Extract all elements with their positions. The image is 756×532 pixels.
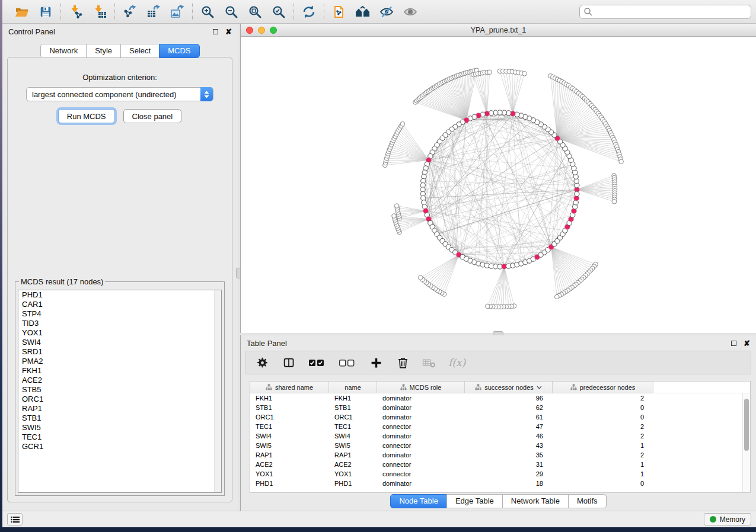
close-panel-icon[interactable]: ✘ xyxy=(744,339,750,347)
run-mcds-button[interactable]: Run MCDS xyxy=(58,109,115,123)
table-row[interactable]: TEC1TEC1connector472 xyxy=(250,422,750,431)
float-panel-icon[interactable] xyxy=(731,341,736,346)
minimize-window-icon[interactable] xyxy=(258,27,265,34)
ring-node[interactable] xyxy=(575,191,579,196)
leaf-node[interactable] xyxy=(487,70,492,75)
mcds-result-item[interactable]: YOX1 xyxy=(18,328,221,338)
export-table-icon[interactable] xyxy=(146,4,161,20)
save-session-icon[interactable] xyxy=(38,4,53,20)
table-row[interactable]: ACE2ACE2connector311 xyxy=(250,460,750,469)
delete-column-trash-icon[interactable] xyxy=(395,355,410,370)
mcds-result-item[interactable]: SWI5 xyxy=(18,423,221,432)
table-row[interactable]: SWI4SWI4dominator462 xyxy=(250,431,750,441)
leaf-node[interactable] xyxy=(418,275,423,280)
leaf-node[interactable] xyxy=(392,214,397,219)
mcds-result-item[interactable]: GCR1 xyxy=(18,442,221,451)
mcds-result-item[interactable]: FKH1 xyxy=(18,366,221,376)
tab-motifs[interactable]: Motifs xyxy=(568,494,607,508)
deselect-all-rows-icon[interactable] xyxy=(338,355,357,370)
table-row[interactable]: STB1STB1dominator620 xyxy=(250,403,750,412)
mcds-result-item[interactable]: ORC1 xyxy=(18,395,221,404)
first-neighbors-icon[interactable] xyxy=(355,4,371,20)
show-all-eye-icon[interactable] xyxy=(403,4,418,20)
zoom-fit-icon[interactable] xyxy=(247,4,263,20)
zoom-out-icon[interactable] xyxy=(224,4,239,20)
refresh-layout-icon[interactable] xyxy=(301,4,317,20)
table-row[interactable]: FKH1FKH1dominator962 xyxy=(250,393,750,403)
close-panel-icon[interactable]: ✘ xyxy=(225,28,232,36)
network-edge xyxy=(553,77,557,138)
mcds-result-item[interactable]: PMA2 xyxy=(18,357,221,366)
tab-node-table[interactable]: Node Table xyxy=(390,494,447,508)
mcds-list-scrollbar[interactable] xyxy=(214,290,221,492)
search-input[interactable] xyxy=(579,5,751,19)
hide-selected-eye-icon[interactable] xyxy=(379,4,394,20)
select-all-rows-icon[interactable] xyxy=(308,355,327,370)
tab-edge-table[interactable]: Edge Table xyxy=(446,494,503,508)
command-panel-toggle-button[interactable] xyxy=(7,513,23,525)
tab-mcds[interactable]: MCDS xyxy=(159,44,199,58)
export-network-icon[interactable] xyxy=(122,4,138,20)
close-window-icon[interactable] xyxy=(246,27,253,34)
scrollbar-thumb[interactable] xyxy=(744,399,749,451)
leaf-node[interactable] xyxy=(619,159,624,164)
column-header-successor-nodes[interactable]: successor nodes xyxy=(465,382,553,393)
column-layout-icon[interactable] xyxy=(281,355,296,370)
export-image-icon[interactable] xyxy=(170,4,185,20)
memory-button[interactable]: Memory xyxy=(704,513,751,525)
mcds-result-list[interactable]: PHD1CAR1STP4TID3YOX1SWI4SRD1PMA2FKH1ACE2… xyxy=(18,290,222,493)
import-table-icon[interactable] xyxy=(92,4,107,20)
tab-style[interactable]: Style xyxy=(86,44,121,58)
network-graph[interactable] xyxy=(241,37,756,333)
leaf-node[interactable] xyxy=(554,294,559,299)
network-window-titlebar[interactable]: YPA_prune.txt_1 xyxy=(241,24,756,37)
maximize-window-icon[interactable] xyxy=(270,27,277,34)
mcds-result-item[interactable]: STP4 xyxy=(18,309,221,319)
column-header-predecessor-nodes[interactable]: predecessor nodes xyxy=(553,382,653,393)
mcds-result-item[interactable]: SRD1 xyxy=(18,347,221,357)
mcds-result-item[interactable]: SWI4 xyxy=(18,338,221,347)
zoom-in-icon[interactable] xyxy=(200,4,215,20)
close-panel-button[interactable]: Close panel xyxy=(123,109,182,123)
table-scrollbar[interactable] xyxy=(742,393,750,492)
mcds-result-item[interactable]: ACE2 xyxy=(18,376,221,385)
mcds-result-item[interactable]: TID3 xyxy=(18,319,221,328)
leaf-node[interactable] xyxy=(522,72,527,76)
tab-network-table[interactable]: Network Table xyxy=(502,494,569,508)
table-toolbar: f(x) xyxy=(245,351,751,374)
optimization-criterion-select[interactable]: largest connected component (undirected) xyxy=(26,87,213,101)
table-settings-gear-icon[interactable] xyxy=(254,355,270,370)
leaf-node[interactable] xyxy=(400,121,405,126)
clone-network-icon[interactable] xyxy=(331,4,347,20)
leaf-node[interactable] xyxy=(612,199,617,204)
table-row[interactable]: ORC1ORC1dominator610 xyxy=(250,412,750,422)
column-header-shared-name[interactable]: shared name xyxy=(250,382,329,393)
tab-network[interactable]: Network xyxy=(40,44,87,58)
float-panel-icon[interactable] xyxy=(213,29,218,34)
mcds-result-item[interactable]: CAR1 xyxy=(18,300,221,309)
import-network-icon[interactable] xyxy=(68,4,84,20)
table-row[interactable]: YOX1YOX1connector291 xyxy=(250,469,750,479)
leaf-node[interactable] xyxy=(486,304,490,309)
table-row[interactable]: RAP1RAP1dominator352 xyxy=(250,450,750,460)
table-row[interactable]: SWI5SWI5connector431 xyxy=(250,441,750,450)
open-session-icon[interactable] xyxy=(14,4,30,20)
leaf-node[interactable] xyxy=(394,204,399,209)
tab-select[interactable]: Select xyxy=(120,44,160,58)
column-header-MCDS-role[interactable]: MCDS role xyxy=(377,382,465,393)
table-cell: 43 xyxy=(465,442,553,449)
mcds-result-item[interactable]: RAP1 xyxy=(18,404,221,414)
mcds-result-item[interactable]: PHD1 xyxy=(18,290,221,300)
search-icon xyxy=(583,7,593,19)
add-column-icon[interactable] xyxy=(368,355,384,370)
network-canvas[interactable] xyxy=(241,37,756,333)
column-header-filler xyxy=(653,382,750,393)
mcds-result-item[interactable]: TEC1 xyxy=(18,432,221,442)
mcds-result-item[interactable]: STB5 xyxy=(18,385,221,395)
table-panel: Table Panel ✘ xyxy=(240,335,756,511)
column-header-name[interactable]: name xyxy=(329,382,377,393)
table-row[interactable]: PHD1PHD1dominator180 xyxy=(250,479,750,488)
node-table[interactable]: shared namenameMCDS rolesuccessor nodesp… xyxy=(250,381,751,493)
mcds-result-item[interactable]: STB1 xyxy=(18,414,221,423)
zoom-selected-icon[interactable] xyxy=(271,4,286,20)
